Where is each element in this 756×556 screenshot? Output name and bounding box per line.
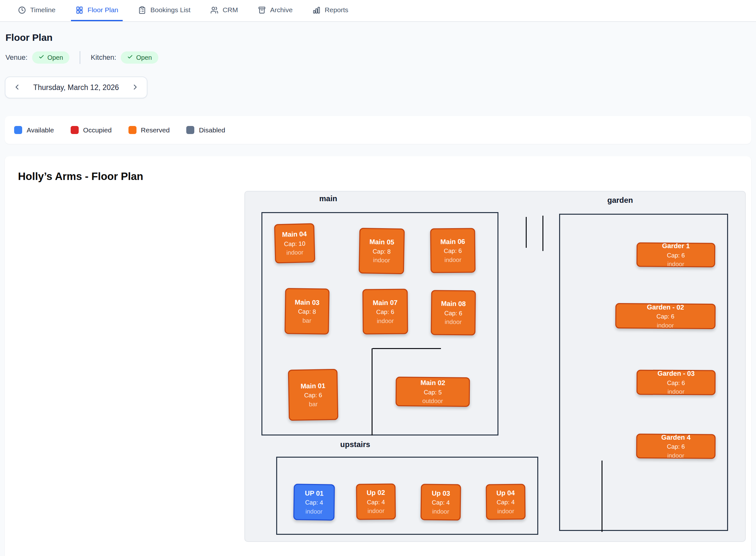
wall-segment <box>526 217 527 248</box>
table-up-04[interactable]: Up 04Cap: 4indoor <box>486 484 526 520</box>
table-seating-type: indoor <box>367 507 384 516</box>
table-name: Garden - 03 <box>657 369 695 379</box>
table-main-04[interactable]: Main 04Cap: 10indoor <box>274 223 315 263</box>
page-content: Floor Plan Venue: Open Kitchen: Open Thu… <box>0 32 756 556</box>
table-up-01[interactable]: UP 01Cap: 4indoor <box>293 484 335 521</box>
table-seating-type: indoor <box>286 248 303 257</box>
table-main-03[interactable]: Main 03Cap: 8bar <box>285 288 330 335</box>
table-seating-type: indoor <box>305 507 323 516</box>
wall-segment <box>602 460 603 532</box>
table-capacity: Cap: 6 <box>444 309 462 317</box>
table-capacity: Cap: 8 <box>298 307 316 316</box>
kitchen-status-badge: Open <box>121 51 158 64</box>
table-garden-4[interactable]: Garden 4Cap: 6indoor <box>636 433 716 459</box>
table-main-01[interactable]: Main 01Cap: 6bar <box>288 369 339 421</box>
kitchen-label: Kitchen: <box>90 54 116 62</box>
archive-icon <box>258 6 266 14</box>
table-capacity: Cap: 6 <box>656 312 674 321</box>
legend-item-available: Available <box>14 126 54 134</box>
section-label-main: main <box>319 194 337 203</box>
table-capacity: Cap: 5 <box>424 388 442 396</box>
next-day-button[interactable] <box>124 77 147 98</box>
tab-timeline[interactable]: Timeline <box>13 0 60 21</box>
table-seating-type: indoor <box>667 387 684 396</box>
table-capacity: Cap: 6 <box>667 442 685 451</box>
table-seating-type: indoor <box>667 260 684 269</box>
table-seating-type: indoor <box>432 507 449 516</box>
venue-status-badge: Open <box>32 51 70 64</box>
table-garden-03[interactable]: Garden - 03Cap: 6indoor <box>637 370 716 395</box>
tab-label: Floor Plan <box>88 6 118 14</box>
tab-reports[interactable]: Reports <box>308 0 353 21</box>
table-main-02[interactable]: Main 02Cap: 5outdoor <box>396 377 470 407</box>
tab-label: CRM <box>223 6 238 14</box>
tab-floor-plan[interactable]: Floor Plan <box>71 0 123 21</box>
wall-segment <box>373 348 441 349</box>
table-name: Main 06 <box>440 237 465 246</box>
users-icon <box>211 6 218 14</box>
table-name: Garden 4 <box>661 432 690 442</box>
table-garder-1[interactable]: Garder 1Cap: 6indoor <box>637 242 716 267</box>
table-capacity: Cap: 10 <box>284 239 305 248</box>
table-capacity: Cap: 6 <box>667 379 685 388</box>
table-main-05[interactable]: Main 05Cap: 8indoor <box>359 228 405 274</box>
top-navigation: TimelineFloor PlanBookings ListCRMArchiv… <box>0 0 756 22</box>
tab-archive[interactable]: Archive <box>253 0 297 21</box>
table-name: Main 01 <box>301 381 326 391</box>
chevron-left-icon <box>13 83 21 92</box>
table-up-02[interactable]: Up 02Cap: 4indoor <box>356 483 396 520</box>
table-main-06[interactable]: Main 06Cap: 6indoor <box>430 228 475 273</box>
table-seating-type: indoor <box>657 321 674 330</box>
bar-chart-icon <box>312 6 320 14</box>
table-name: Main 05 <box>369 237 394 247</box>
check-icon <box>39 54 44 61</box>
table-main-07[interactable]: Main 07Cap: 6indoor <box>362 289 408 334</box>
layout-grid-icon <box>75 6 83 14</box>
venue-label: Venue: <box>5 54 28 62</box>
legend-label: Available <box>27 126 54 134</box>
table-up-03[interactable]: Up 03Cap: 4indoor <box>420 484 461 521</box>
wall-segment <box>372 348 373 436</box>
table-capacity: Cap: 4 <box>367 497 385 507</box>
previous-day-button[interactable] <box>5 77 29 98</box>
clipboard-list-icon <box>138 6 146 14</box>
table-capacity: Cap: 4 <box>305 498 323 507</box>
chevron-right-icon <box>131 83 139 92</box>
tab-label: Bookings List <box>150 6 190 14</box>
table-seating-type: indoor <box>445 317 462 326</box>
table-name: Up 04 <box>496 488 515 498</box>
table-main-08[interactable]: Main 08Cap: 6indoor <box>431 290 476 335</box>
table-seating-type: bar <box>309 399 318 409</box>
table-capacity: Cap: 8 <box>373 247 390 256</box>
divider <box>80 51 80 64</box>
table-name: Main 08 <box>441 299 466 309</box>
legend-item-occupied: Occupied <box>71 126 112 134</box>
legend-label: Disabled <box>199 126 225 134</box>
legend-swatch-occupied <box>71 126 79 134</box>
table-name: Garder 1 <box>662 241 690 251</box>
table-name: Garden - 02 <box>647 302 684 312</box>
table-capacity: Cap: 4 <box>431 498 450 507</box>
table-seating-type: indoor <box>497 507 514 516</box>
table-name: Main 02 <box>420 378 445 388</box>
table-seating-type: outdoor <box>422 396 443 406</box>
section-label-upstairs: upstairs <box>340 440 370 449</box>
tab-label: Archive <box>270 6 293 14</box>
table-capacity: Cap: 6 <box>376 308 394 317</box>
table-seating-type: indoor <box>377 316 394 325</box>
section-label-garden: garden <box>607 196 633 205</box>
table-garden-02[interactable]: Garden - 02Cap: 6indoor <box>615 303 716 329</box>
legend-swatch-available <box>14 126 22 134</box>
legend-item-reserved: Reserved <box>128 126 170 134</box>
table-name: Main 03 <box>295 297 319 308</box>
legend-swatch-reserved <box>128 126 137 134</box>
tab-label: Reports <box>325 6 348 14</box>
table-seating-type: indoor <box>373 256 390 265</box>
tab-bookings-list[interactable]: Bookings List <box>134 0 195 21</box>
legend-item-disabled: Disabled <box>186 126 225 134</box>
tab-crm[interactable]: CRM <box>206 0 242 21</box>
table-capacity: Cap: 6 <box>444 246 462 255</box>
table-name: Main 04 <box>282 229 307 239</box>
current-date-label: Thursday, March 12, 2026 <box>29 83 124 92</box>
page-title: Floor Plan <box>5 32 751 43</box>
